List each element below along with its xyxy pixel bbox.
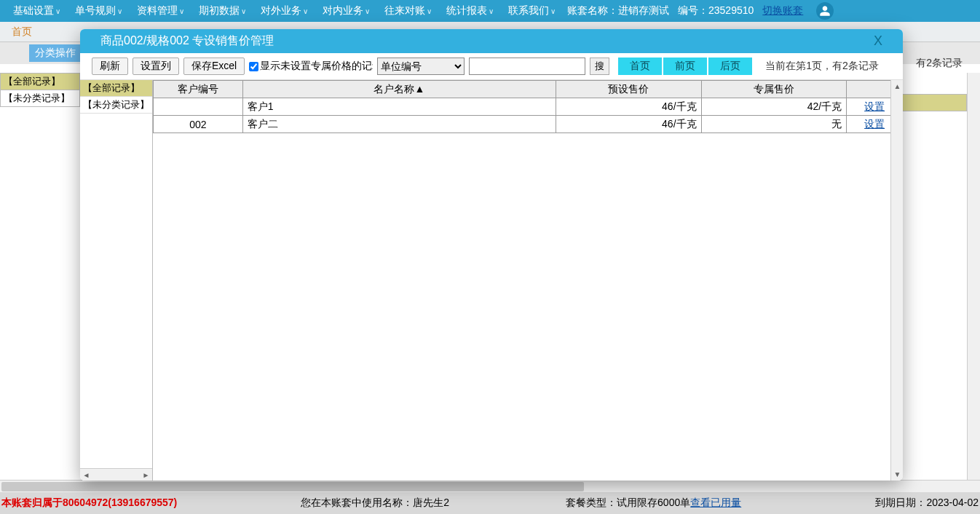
col-customer-name[interactable]: 名户名称▲ xyxy=(242,81,556,98)
dialog-sidebar: 【全部记录】 【未分类记录】 ◄► xyxy=(80,80,153,481)
set-price-link[interactable]: 设置 xyxy=(864,118,885,130)
bg-selected-row-strip xyxy=(901,94,967,111)
cell-exclusive: 42/千克 xyxy=(701,98,847,116)
chevron-down-icon: ∨ xyxy=(365,7,370,15)
tab-home[interactable]: 首页 xyxy=(4,24,39,40)
dialog-title: 商品002/规格002 专设销售价管理 xyxy=(100,33,274,49)
scroll-up-icon[interactable]: ▲ xyxy=(891,80,903,92)
search-input[interactable] xyxy=(469,58,585,75)
page-prev-button[interactable]: 前页 xyxy=(663,58,707,75)
account-id: 编号：23529510 xyxy=(678,4,754,17)
grid-header-row: 客户编号 名户名称▲ 预设售价 专属售价 xyxy=(154,81,903,98)
search-field-select[interactable]: 单位编号 xyxy=(377,58,465,75)
chevron-down-icon: ∨ xyxy=(241,7,246,15)
footer-owner: 本账套归属于80604972(13916679557) xyxy=(1,497,177,510)
show-unset-checkbox-label[interactable]: 显示未设置专属价格的记录 xyxy=(249,60,373,73)
col-exclusive-price[interactable]: 专属售价 xyxy=(701,81,847,98)
classify-ops-button[interactable]: 分类操作 xyxy=(29,44,82,62)
dialog-sidebar-item-all[interactable]: 【全部记录】 xyxy=(80,80,152,97)
bg-vscroll[interactable] xyxy=(967,73,980,480)
menu-data-manage[interactable]: 资料管理∨ xyxy=(130,4,191,17)
chevron-down-icon: ∨ xyxy=(303,7,308,15)
page-first-button[interactable]: 首页 xyxy=(618,58,662,75)
col-customer-code[interactable]: 客户编号 xyxy=(154,81,243,98)
switch-account-link[interactable]: 切换账套 xyxy=(762,4,803,17)
footer-expire: 到期日期：2023-04-02 xyxy=(853,497,979,510)
save-excel-button[interactable]: 保存Excel xyxy=(183,58,245,75)
search-button[interactable]: 搜 xyxy=(590,58,609,75)
footer-package: 套餐类型：试用限存6000单查看已用量 xyxy=(566,497,741,510)
usage-link[interactable]: 查看已用量 xyxy=(690,497,741,508)
menu-reconcile[interactable]: 往来对账∨ xyxy=(377,4,439,17)
close-icon[interactable]: X xyxy=(874,33,882,49)
page-info: 当前在第1页，有2条记录 xyxy=(765,60,879,73)
chevron-down-icon: ∨ xyxy=(55,7,60,15)
refresh-button[interactable]: 刷新 xyxy=(92,58,128,75)
dialog-grid-area: 客户编号 名户名称▲ 预设售价 专属售价 客户1 46/千克 42/千克 设置 xyxy=(153,80,903,481)
top-menu-bar: 基础设置∨ 单号规则∨ 资料管理∨ 期初数据∨ 对外业务∨ 对内业务∨ 往来对账… xyxy=(0,0,980,22)
set-price-link[interactable]: 设置 xyxy=(864,100,885,112)
price-grid: 客户编号 名户名称▲ 预设售价 专属售价 客户1 46/千克 42/千克 设置 xyxy=(153,80,903,133)
chevron-down-icon: ∨ xyxy=(427,7,432,15)
table-row[interactable]: 客户1 46/千克 42/千克 设置 xyxy=(154,98,903,116)
price-manage-dialog: 商品002/规格002 专设销售价管理 X 刷新 设置列 保存Excel 显示未… xyxy=(80,29,903,481)
menu-contact[interactable]: 联系我们∨ xyxy=(501,4,563,17)
scroll-down-icon[interactable]: ▼ xyxy=(891,468,903,481)
menu-order-rules[interactable]: 单号规则∨ xyxy=(68,4,130,17)
table-row[interactable]: 002 客户二 46/千克 无 设置 xyxy=(154,116,903,133)
cell-exclusive: 无 xyxy=(701,116,847,133)
col-preset-price[interactable]: 预设售价 xyxy=(556,81,701,98)
menu-internal-biz[interactable]: 对内业务∨ xyxy=(315,4,377,17)
bg-sidebar-item-all[interactable]: 【全部记录】 xyxy=(0,73,80,90)
cell-name: 客户1 xyxy=(242,98,556,116)
dialog-titlebar: 商品002/规格002 专设销售价管理 X xyxy=(80,29,903,53)
account-label: 账套名称：进销存测试 xyxy=(567,4,669,17)
chevron-down-icon: ∨ xyxy=(179,7,184,15)
bg-record-summary: 有2条记录 xyxy=(916,57,963,70)
bg-sidebar-item-unclassified[interactable]: 【未分类记录】 xyxy=(0,90,80,107)
dialog-sidebar-hscroll[interactable]: ◄► xyxy=(80,468,152,481)
cell-name: 客户二 xyxy=(242,116,556,133)
menu-opening-data[interactable]: 期初数据∨ xyxy=(191,4,253,17)
cell-preset: 46/千克 xyxy=(556,98,701,116)
cell-code: 002 xyxy=(154,116,243,133)
cell-code xyxy=(154,98,243,116)
menu-reports[interactable]: 统计报表∨ xyxy=(439,4,501,17)
cell-preset: 46/千克 xyxy=(556,116,701,133)
chevron-down-icon: ∨ xyxy=(117,7,122,15)
bg-hscroll[interactable] xyxy=(0,480,980,492)
show-unset-checkbox[interactable] xyxy=(249,62,258,71)
dialog-grid-vscroll[interactable]: ▲ ▼ xyxy=(890,80,903,481)
page-next-button[interactable]: 后页 xyxy=(708,58,752,75)
dialog-toolbar: 刷新 设置列 保存Excel 显示未设置专属价格的记录 单位编号 搜 首页 前页… xyxy=(80,53,903,80)
menu-external-biz[interactable]: 对外业务∨ xyxy=(253,4,315,17)
chevron-down-icon: ∨ xyxy=(550,7,556,15)
footer-username: 您在本账套中使用名称：唐先生2 xyxy=(301,497,449,510)
footer-bar: 本账套归属于80604972(13916679557) 您在本账套中使用名称：唐… xyxy=(0,492,980,514)
chevron-down-icon: ∨ xyxy=(489,7,494,15)
user-avatar-icon[interactable] xyxy=(816,2,834,20)
dialog-sidebar-item-unclassified[interactable]: 【未分类记录】 xyxy=(80,97,152,114)
set-columns-button[interactable]: 设置列 xyxy=(133,58,179,75)
menu-basic-settings[interactable]: 基础设置∨ xyxy=(6,4,68,17)
bg-sidebar: 【全部记录】 【未分类记录】 xyxy=(0,73,80,107)
